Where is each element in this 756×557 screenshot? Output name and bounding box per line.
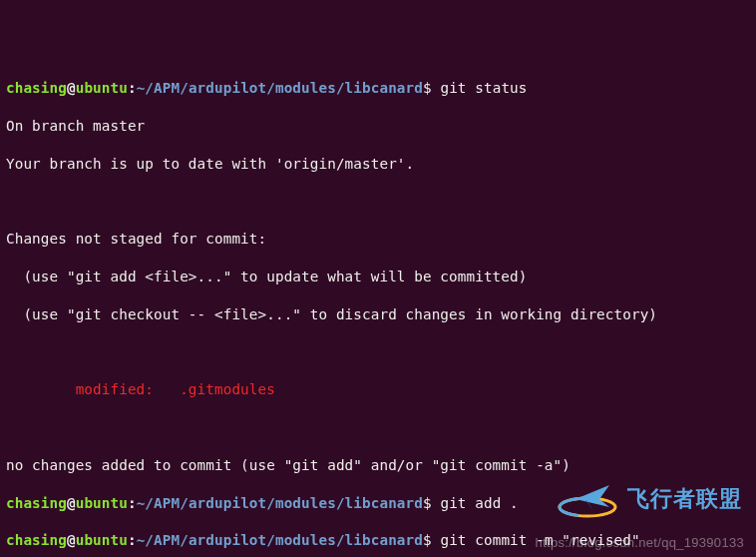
blank-line (6, 418, 750, 437)
cmd-git-add[interactable]: git add . (440, 495, 518, 511)
watermark-url: https://blog.csdn.net/qq_19390133 (536, 534, 744, 551)
out-hint-checkout: (use "git checkout -- <file>..." to disc… (6, 305, 750, 324)
prompt-user: chasing (6, 80, 67, 96)
airplane-icon (558, 477, 619, 521)
blank-line (6, 343, 750, 362)
out-up-to-date: Your branch is up to date with 'origin/m… (6, 155, 750, 174)
watermark-badge: 飞行者联盟 (558, 477, 742, 521)
out-hint-add: (use "git add <file>..." to update what … (6, 268, 750, 286)
badge-text: 飞行者联盟 (627, 484, 742, 513)
out-modified: modified: .gitmodules (6, 380, 750, 399)
out-no-changes: no changes added to commit (use "git add… (6, 456, 750, 475)
prompt-line: chasing@ubuntu:~/APM/ardupilot/modules/l… (6, 79, 750, 98)
out-on-branch: On branch master (6, 117, 750, 136)
prompt-path: ~/APM/ardupilot/modules/libcanard (137, 80, 423, 96)
cmd-git-status[interactable]: git status (440, 80, 527, 96)
out-not-staged: Changes not staged for commit: (6, 230, 750, 249)
blank-line (6, 193, 750, 212)
prompt-host: ubuntu (76, 80, 128, 96)
